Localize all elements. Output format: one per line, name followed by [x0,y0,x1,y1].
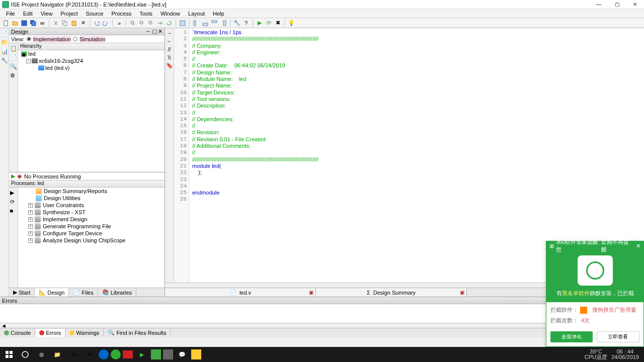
wechat-icon[interactable]: 💬 [175,348,189,360]
process-item[interactable]: +User Constraints [18,202,165,209]
open-icon[interactable] [11,19,19,27]
edtool-outdent-icon[interactable]: ← [167,38,172,44]
rerun-icon[interactable]: ⟳ [265,19,273,27]
temp-widget[interactable]: 39°C CPU温度 [585,349,607,360]
bottom-tab-warnings[interactable]: Warnings [65,329,104,337]
run-icon[interactable]: ▶ [256,19,264,27]
layout1-icon[interactable] [179,19,187,27]
vtool-3-icon[interactable]: 📊 [1,48,8,55]
find-files-icon[interactable] [147,19,155,27]
popup-dismiss[interactable]: 近期不再提醒 [601,238,633,253]
process-item[interactable]: +Implement Design [18,216,165,223]
print-icon[interactable] [38,19,46,27]
app2-icon[interactable] [111,349,121,359]
expander-icon[interactable]: + [28,217,33,222]
radio-simulation[interactable] [73,37,77,41]
stop-proc-icon[interactable]: ◉ [17,173,22,179]
process-item[interactable]: +Analyze Design Using ChipScope [18,237,165,244]
expander-icon[interactable]: − [26,59,31,63]
edtool-bookmark-icon[interactable]: 🔖 [166,62,173,69]
menu-view[interactable]: View [38,10,56,18]
expander-icon[interactable]: + [28,238,33,243]
start-button[interactable] [2,348,16,360]
bottom-tab-errors[interactable]: Errors [35,329,65,337]
menu-window[interactable]: Window [157,10,183,18]
process-item[interactable]: +Generate Programming File [18,223,165,230]
htool-3-icon[interactable]: 🔍 [10,63,17,70]
paste-icon[interactable] [70,19,78,27]
left-tab-files[interactable]: 📄Files [69,288,98,297]
mail-icon[interactable]: ✉ [83,348,97,360]
edtool-uncomment-icon[interactable]: \\ [168,54,171,60]
panel-float-icon[interactable]: ↔ [145,28,151,35]
find-next-icon[interactable] [138,19,146,27]
layout5-icon[interactable] [219,19,227,27]
panel-close-icon[interactable]: ✕ [158,28,163,35]
menu-layout[interactable]: Layout [185,10,208,18]
app5-icon[interactable] [151,349,161,359]
close-button[interactable]: ✕ [628,1,642,9]
tab-close-icon[interactable]: ▣ [460,290,464,295]
wrench-icon[interactable]: 🔧 [233,19,241,27]
redo-icon[interactable] [102,19,110,27]
tree-device[interactable]: − xc6slx16-2csg324 [18,57,165,64]
taskview-icon[interactable]: ⊞ [34,348,48,360]
app1-icon[interactable] [99,349,109,359]
store-icon[interactable]: 🛍 [66,348,80,360]
app6-icon[interactable] [163,349,173,359]
menu-file[interactable]: File [3,10,18,18]
new-icon[interactable] [2,19,10,27]
play-icon[interactable]: ▶ [11,173,15,179]
expander-icon[interactable]: + [28,210,33,215]
find-icon[interactable] [129,19,137,27]
left-tab-libraries[interactable]: 📚Libraries [98,288,136,297]
cortana-icon[interactable] [18,348,32,360]
expander-icon[interactable]: + [28,224,33,229]
edtool-comment-icon[interactable]: // [168,46,171,52]
explorer-icon[interactable]: 📁 [50,348,64,360]
radio-implementation[interactable] [27,37,31,41]
maximize-button[interactable]: ▢ [610,1,624,9]
app3-icon[interactable] [123,350,133,358]
ptool-2-icon[interactable]: ⟳ [10,199,17,206]
save-icon[interactable] [20,19,28,27]
htool-2-icon[interactable]: 📄 [10,54,17,61]
impl-label[interactable]: Implementation [33,36,71,42]
refresh-icon[interactable] [165,19,173,27]
process-item[interactable]: +Configure Target Device [18,230,165,237]
menu-process[interactable]: Process [108,10,134,18]
vtool-2-icon[interactable]: 📁 [1,39,8,46]
menu-source[interactable]: Source [83,10,107,18]
htool-4-icon[interactable]: ⚙ [10,72,17,79]
menu-edit[interactable]: Edit [20,10,36,18]
minimize-button[interactable]: — [592,1,606,9]
tab-close-icon[interactable]: ▣ [309,290,313,295]
help-icon[interactable]: ? [242,19,250,27]
menu-tools[interactable]: Tools [136,10,155,18]
expander-icon[interactable]: + [28,203,33,208]
panel-pin-icon[interactable]: ▢ [152,28,157,35]
ise-icon[interactable] [191,349,201,359]
stop-icon[interactable]: ✖ [274,19,282,27]
popup-close-icon[interactable]: ✕ [636,243,640,249]
saveall-icon[interactable] [29,19,37,27]
layout2-icon[interactable] [192,19,200,27]
editor-tab-ledv[interactable]: 📄 led.v ▣ [165,288,316,297]
tree-root[interactable]: ▣ led [18,50,165,57]
copy-icon[interactable] [61,19,69,27]
app4-icon[interactable]: ▶ [135,348,149,360]
process-item[interactable]: Design Summary/Reports [18,188,165,195]
bottom-tab-find-in-files-results[interactable]: 🔍Find in Files Results [104,328,171,337]
left-tab-start[interactable]: ▶Start [9,288,35,297]
delete-icon[interactable]: ✕ [79,19,87,27]
ptool-1-icon[interactable]: ▶ [10,190,17,197]
menu-help[interactable]: Help [210,10,227,18]
lightbulb-icon[interactable]: 💡 [287,19,295,27]
sim-label[interactable]: Simulation [79,36,105,42]
clock-widget[interactable]: 06 : 44 24/06/2019 [611,349,639,360]
expander-icon[interactable]: + [28,231,33,236]
process-item[interactable]: Design Utilities [18,195,165,202]
vtool-1-icon[interactable]: 📄 [1,30,8,37]
edtool-indent-icon[interactable]: → [167,30,172,36]
layout4-icon[interactable] [210,19,218,27]
